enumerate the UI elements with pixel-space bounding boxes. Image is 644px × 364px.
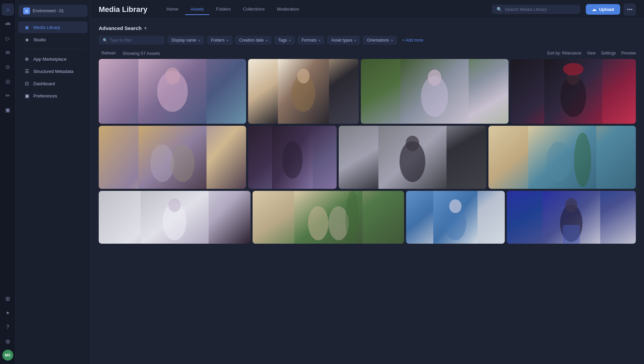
results-count: Showing 57 Assets <box>123 51 160 56</box>
svg-point-15 <box>171 145 195 182</box>
cloud-icon[interactable] <box>2 18 14 30</box>
person-icon[interactable]: ⊙ <box>2 61 14 73</box>
chevron-down-icon: ▾ <box>227 39 228 42</box>
svg-point-28 <box>308 206 328 240</box>
avatar[interactable]: MS <box>2 350 13 361</box>
svg-point-26 <box>168 198 181 212</box>
left-nav: ⊞ Environment - 01 ◉ Media Library ◈ Stu… <box>16 0 91 364</box>
filter-input-box[interactable]: 🔍 <box>99 36 165 45</box>
environment-selector[interactable]: ⊞ Environment - 01 <box>18 5 87 17</box>
photo-item[interactable] <box>511 59 636 124</box>
main-content: Media Library Home Assets Folders Collec… <box>91 0 644 364</box>
photo-row-3 <box>99 191 636 244</box>
video-icon[interactable]: ▣ <box>2 104 14 116</box>
chevron-down-icon: ▾ <box>391 39 393 42</box>
photo-item[interactable] <box>99 126 246 189</box>
photo-item[interactable] <box>99 191 251 244</box>
more-options-button[interactable]: ••• <box>624 3 636 16</box>
sidebar-item-studio[interactable]: ◈ Studio <box>18 34 87 45</box>
photo-image-7 <box>339 126 486 189</box>
photo-row-1 <box>99 59 636 124</box>
env-icon: ⊞ <box>23 7 30 14</box>
env-name: Environment - 01 <box>33 9 64 13</box>
photo-item[interactable] <box>253 191 404 244</box>
photo-item[interactable] <box>248 59 359 124</box>
advanced-search-button[interactable]: Advanced Search ▾ <box>99 25 146 31</box>
add-more-filters-button[interactable]: + Add more <box>400 36 426 45</box>
upload-button[interactable]: ☁ Upload <box>586 4 620 15</box>
tab-moderation[interactable]: Moderation <box>272 4 305 15</box>
media-icon[interactable]: ▷ <box>2 32 14 44</box>
photo-image-9 <box>99 191 251 244</box>
content-area: Advanced Search ▾ 🔍 Display name ▾ Folde… <box>91 19 644 364</box>
filter-chip-orientations[interactable]: Orientations ▾ <box>363 36 397 45</box>
gear-icon[interactable]: ⚙ <box>2 335 14 348</box>
photo-image-6 <box>248 126 337 189</box>
chevron-down-icon: ▾ <box>198 39 200 42</box>
studio-icon: ◈ <box>24 37 30 42</box>
nav-divider <box>21 49 85 49</box>
home-icon[interactable]: ⌂ <box>2 3 14 16</box>
sidebar-item-preferences[interactable]: ▣ Preferences <box>18 90 87 102</box>
svg-point-12 <box>563 63 583 75</box>
photo-item[interactable] <box>339 126 486 189</box>
svg-point-30 <box>345 191 359 244</box>
speech-icon[interactable]: ◎ <box>2 75 14 87</box>
help-icon[interactable]: ? <box>2 321 14 333</box>
filter-row: 🔍 Display name ▾ Folders ▾ Creation date… <box>99 36 636 45</box>
tab-folders[interactable]: Folders <box>211 4 236 15</box>
upload-icon: ☁ <box>592 7 596 12</box>
type-to-filter-input[interactable] <box>110 38 161 43</box>
sidebar-item-app-marketplace[interactable]: ⊕ App Marketplace <box>18 53 87 65</box>
photo-image-4 <box>511 59 636 124</box>
filter-chip-folders[interactable]: Folders ▾ <box>207 36 232 45</box>
chat-icon[interactable]: ✉ <box>2 46 14 59</box>
photo-image-10 <box>253 191 404 244</box>
tab-collections[interactable]: Collections <box>238 4 270 15</box>
svg-point-36 <box>565 198 578 212</box>
photo-item[interactable] <box>406 191 505 244</box>
sidebar-item-structured-metadata[interactable]: ☰ Structured Metadata <box>18 65 87 77</box>
photo-image-8 <box>488 126 636 189</box>
view-label[interactable]: View <box>587 51 596 56</box>
topbar: Media Library Home Assets Folders Collec… <box>91 0 644 19</box>
filter-chip-tags[interactable]: Tags ▾ <box>274 36 295 45</box>
tab-assets[interactable]: Assets <box>185 4 209 15</box>
svg-point-33 <box>449 199 462 213</box>
media-library-icon: ◉ <box>24 25 30 30</box>
photo-item[interactable] <box>99 59 246 124</box>
sidebar-item-media-library[interactable]: ◉ Media Library <box>18 21 87 33</box>
filter-chip-formats[interactable]: Formats ▾ <box>297 36 324 45</box>
plugin-icon[interactable]: ✦ <box>2 307 14 319</box>
results-header: Refresh Showing 57 Assets Sort by: Relev… <box>99 49 636 57</box>
dashboard-icon: ⊡ <box>24 81 30 86</box>
sidebar-item-dashboard[interactable]: ⊡ Dashboard <box>18 78 87 89</box>
settings-label[interactable]: Settings <box>601 51 616 56</box>
photo-image-3 <box>361 59 508 124</box>
photo-image-5 <box>99 126 246 189</box>
metadata-icon: ☰ <box>24 69 30 74</box>
chevron-down-icon: ▾ <box>354 39 356 42</box>
filter-chip-creation-date[interactable]: Creation date ▾ <box>235 36 272 45</box>
marketplace-icon: ⊕ <box>24 56 30 62</box>
svg-rect-37 <box>563 225 580 244</box>
preview-label[interactable]: Preview <box>621 51 636 56</box>
edit-icon[interactable]: ✏ <box>2 89 14 102</box>
photo-item[interactable] <box>361 59 508 124</box>
filter-chip-display-name[interactable]: Display name ▾ <box>167 36 204 45</box>
search-box[interactable]: 🔍 <box>492 5 580 14</box>
sort-by-label[interactable]: Sort by: Relevance <box>547 51 581 56</box>
results-actions: Sort by: Relevance View Settings Preview <box>547 51 636 56</box>
photo-item[interactable] <box>507 191 636 244</box>
search-icon: 🔍 <box>497 7 502 12</box>
tab-home[interactable]: Home <box>161 4 184 15</box>
users-icon[interactable]: ⊞ <box>2 292 14 305</box>
filter-chip-asset-types[interactable]: Asset types ▾ <box>327 36 360 45</box>
photo-item[interactable] <box>248 126 337 189</box>
photo-item[interactable] <box>488 126 636 189</box>
refresh-button[interactable]: Refresh <box>99 49 118 57</box>
svg-point-20 <box>406 136 419 151</box>
search-input[interactable] <box>505 7 576 12</box>
photo-image-1 <box>99 59 246 124</box>
svg-point-5 <box>297 69 310 84</box>
